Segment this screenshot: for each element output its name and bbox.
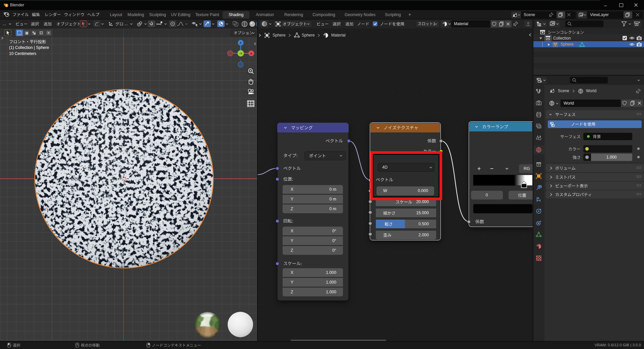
svg-text:X: X bbox=[250, 52, 252, 55]
svg-text:Z: Z bbox=[240, 41, 242, 45]
svg-text:-Y: -Y bbox=[239, 52, 242, 55]
